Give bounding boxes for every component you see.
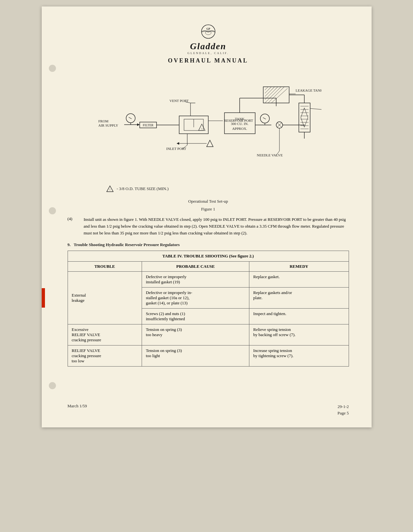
page-ref-line2: Page 5 bbox=[337, 410, 349, 416]
remedy-replace-gaskets-plate: Replace gaskets and/orplate. bbox=[249, 288, 349, 309]
svg-text:LEAKAGE TANK: LEAKAGE TANK bbox=[296, 88, 321, 92]
punch-hole-top bbox=[49, 65, 56, 72]
svg-marker-58 bbox=[301, 108, 308, 127]
bookmark bbox=[42, 288, 45, 308]
remedy-increase-spring: Increase spring tensionby tightening scr… bbox=[249, 345, 349, 367]
header: GP Gladden GLENDALE, CALIF. OVERHAUL MAN… bbox=[68, 23, 349, 64]
triangle-note-text: - 3/8 O.D. TUBE SIZE (MIN.) bbox=[117, 186, 169, 191]
triangle-icon: ! bbox=[106, 185, 114, 192]
logo-area: GP Gladden GLENDALE, CALIF. bbox=[68, 23, 349, 55]
page-footer: March 1/59 29-1-2 Page 5 bbox=[68, 403, 349, 416]
remedy-inspect-tighten: Inspect and tighten. bbox=[249, 309, 349, 324]
col-remedy-header: REMEDY bbox=[249, 262, 349, 272]
footer-date: March 1/59 bbox=[68, 403, 87, 416]
page-ref-line1: 29-1-2 bbox=[337, 403, 349, 410]
logo-text: Gladden bbox=[190, 41, 226, 51]
table-row: ExcessiveRELIEF VALVEcracking pressure T… bbox=[68, 324, 349, 345]
page-number: 29-1-2 Page 5 bbox=[337, 403, 349, 416]
page: GP Gladden GLENDALE, CALIF. OVERHAUL MAN… bbox=[42, 6, 372, 427]
remedy-replace-gasket: Replace gasket. bbox=[249, 272, 349, 288]
svg-marker-75 bbox=[207, 140, 213, 147]
svg-line-66 bbox=[263, 118, 266, 119]
trouble-table: TABLE IV. TROUBLE SHOOTING (See figure 2… bbox=[68, 251, 349, 367]
svg-marker-6 bbox=[137, 123, 140, 126]
section-9-num: 9. bbox=[68, 242, 71, 247]
svg-text:300 CU. IN.: 300 CU. IN. bbox=[231, 122, 248, 126]
svg-line-35 bbox=[265, 87, 268, 90]
cause-spring-too-light: Tension on spring (3)too light bbox=[142, 345, 249, 367]
trouble-low-relief: RELIEF VALVEcracking pressuretoo low bbox=[68, 345, 142, 367]
svg-text:NEEDLE VALVE: NEEDLE VALVE bbox=[257, 153, 283, 157]
section-9-title: Trouble Shooting Hydraulic Reservoir Pre… bbox=[74, 242, 180, 247]
svg-line-41 bbox=[265, 87, 271, 93]
svg-line-60 bbox=[310, 108, 321, 109]
svg-rect-49 bbox=[299, 103, 310, 132]
cause-spring-too-heavy: Tension on spring (3)too heavy bbox=[142, 324, 249, 345]
overhaul-title: OVERHAUL MANUAL bbox=[68, 57, 349, 64]
remedy-relieve-spring: Relieve spring tensionby backing off scr… bbox=[249, 324, 349, 345]
para-4-num: (4) bbox=[68, 216, 81, 236]
punch-hole-bot bbox=[49, 382, 56, 389]
triangle-note: ! - 3/8 O.D. TUBE SIZE (MIN.) bbox=[106, 185, 349, 192]
cause-gasket-19: Defective or improperlyinstalled gasket … bbox=[142, 272, 249, 288]
col-trouble-header: TROUBLE bbox=[68, 262, 142, 272]
svg-text:GP: GP bbox=[206, 28, 210, 30]
svg-text:!: ! bbox=[109, 188, 110, 191]
svg-text:APPROX.: APPROX. bbox=[232, 127, 247, 130]
para-4-text: Install unit as shown in figure 1. With … bbox=[84, 216, 349, 236]
trouble-excessive-relief: ExcessiveRELIEF VALVEcracking pressure bbox=[68, 324, 142, 345]
svg-text:!: ! bbox=[201, 128, 202, 130]
diagram-svg: FROM AIR SUPPLY FILTER ! bbox=[95, 71, 321, 177]
table-row: Externalleakage Defective or improperlyi… bbox=[68, 272, 349, 288]
svg-text:INLET PORT: INLET PORT bbox=[166, 147, 186, 151]
diagram-caption-line2: Figure 1 bbox=[68, 207, 349, 212]
diagram-container: FROM AIR SUPPLY FILTER ! bbox=[68, 71, 349, 179]
punch-hole-mid bbox=[49, 207, 56, 214]
svg-line-46 bbox=[271, 88, 288, 103]
table-row: RELIEF VALVEcracking pressuretoo low Ten… bbox=[68, 345, 349, 367]
diagram-caption-line1: Operational Test Set-up bbox=[68, 199, 349, 204]
gladden-logo-icon: GP bbox=[199, 23, 218, 40]
svg-line-44 bbox=[265, 87, 281, 103]
svg-text:FILTER: FILTER bbox=[143, 123, 153, 127]
svg-line-43 bbox=[265, 87, 278, 100]
table-header-row: TROUBLE PROBABLE CAUSE REMEDY bbox=[68, 262, 349, 272]
trouble-external-leakage: Externalleakage bbox=[68, 272, 142, 324]
cause-gasket-10a-12: Defective or improperly in-stalled gaske… bbox=[142, 288, 249, 309]
paragraph-4-block: (4) Install unit as shown in figure 1. W… bbox=[68, 216, 349, 236]
svg-marker-77 bbox=[177, 142, 179, 145]
logo-subtext: GLENDALE, CALIF. bbox=[187, 51, 229, 55]
svg-text:AIR SUPPLY: AIR SUPPLY bbox=[98, 123, 118, 127]
col-cause-header: PROBABLE CAUSE bbox=[142, 262, 249, 272]
svg-text:FROM: FROM bbox=[98, 119, 108, 123]
svg-text:TANK: TANK bbox=[235, 117, 245, 121]
svg-line-9 bbox=[129, 117, 132, 119]
table-caption: TABLE IV. TROUBLE SHOOTING (See figure 2… bbox=[68, 251, 349, 261]
cause-screws-nuts: Screws (2) and nuts (1)insufficiently ti… bbox=[142, 309, 249, 324]
section-9-heading: 9. Trouble Shooting Hydraulic Reservoir … bbox=[68, 242, 349, 247]
